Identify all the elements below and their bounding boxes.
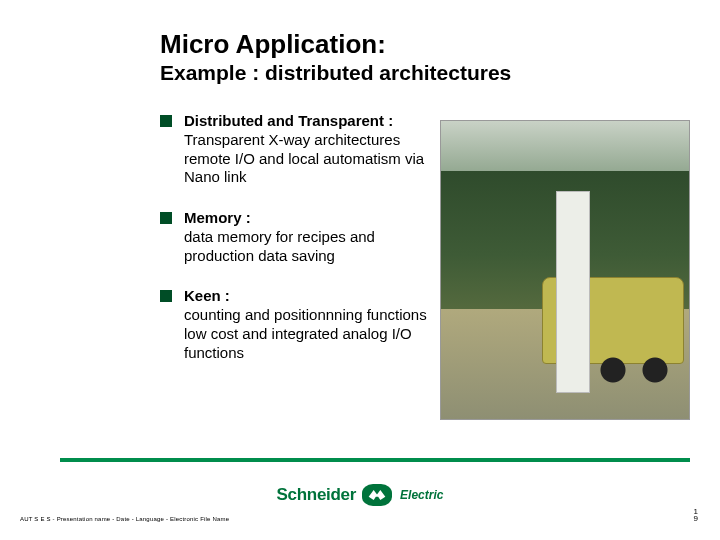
logo-sub: Electric [400,488,443,502]
title-block: Micro Application: Example : distributed… [160,30,680,85]
illustration-image [440,120,690,420]
footer-left: AUT S E S - Presentation name - Date - L… [20,516,229,522]
footer-page-bottom: 9 [694,515,698,522]
bullet-line: low cost and integrated analog I/O funct… [184,325,412,361]
slide-subtitle: Example : distributed architectures [160,61,680,85]
bullet-line: counting and positionnning functions [184,306,427,323]
bullet-line: Transparent X-way architectures [184,131,400,148]
footer-page: 1 9 [694,508,698,522]
separator-bar [60,458,690,462]
logo: Schneider Electric [0,484,720,506]
bullet-line: data memory for recipes and production d… [184,228,375,264]
logo-badge-icon [362,484,392,506]
bullet-lead: Distributed and Transparent : [184,112,393,129]
bullet-lead: Memory : [184,209,251,226]
logo-brand: Schneider [277,485,357,505]
slide: Micro Application: Example : distributed… [0,0,720,540]
bullet-line: remote I/O and local automatism via [184,150,424,167]
slide-title: Micro Application: [160,30,680,59]
bullet-lead: Keen : [184,287,230,304]
bullet-line: Nano link [184,168,247,185]
bullet-item: Distributed and Transparent : Transparen… [160,112,444,187]
bullet-item: Memory : data memory for recipes and pro… [160,209,444,265]
bullet-item: Keen : counting and positionnning functi… [160,287,444,362]
